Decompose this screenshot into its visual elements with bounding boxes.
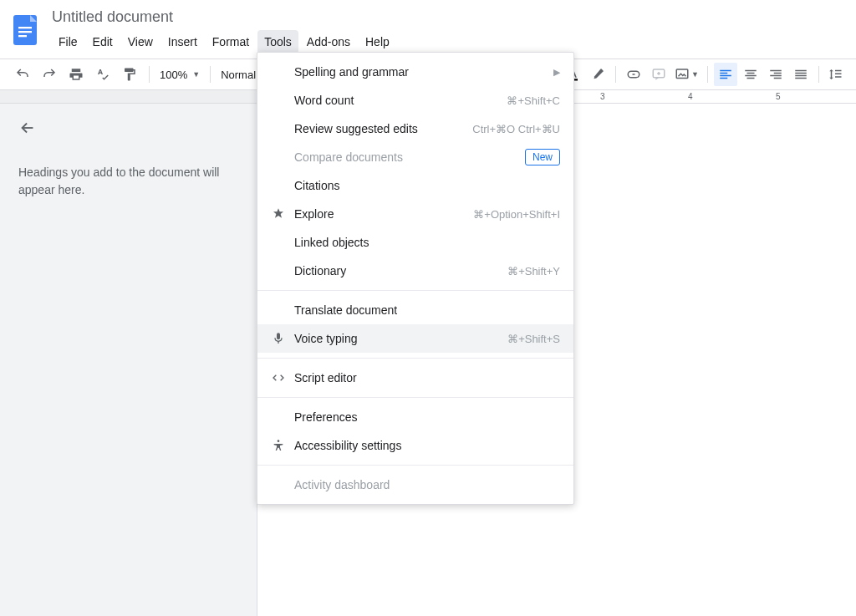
tools-menu-item-preferences[interactable]: Preferences bbox=[257, 403, 573, 431]
toolbar-separator bbox=[707, 66, 708, 83]
ruler-mark: 3 bbox=[600, 92, 605, 101]
header: Untitled document File Edit View Insert … bbox=[0, 0, 856, 53]
menu-separator bbox=[257, 465, 573, 466]
submenu-arrow-icon: ▶ bbox=[553, 67, 560, 78]
tools-menu-item-word-count[interactable]: Word count⌘+Shift+C bbox=[257, 86, 573, 115]
menu-item-label: Explore bbox=[294, 207, 473, 221]
redo-button[interactable] bbox=[38, 63, 61, 86]
menu-insert[interactable]: Insert bbox=[161, 30, 204, 53]
menu-tools[interactable]: Tools bbox=[257, 30, 298, 53]
ruler-outline-spacer bbox=[0, 90, 257, 104]
svg-rect-6 bbox=[676, 69, 688, 79]
paragraph-style-select[interactable]: Normal bbox=[217, 63, 259, 86]
zoom-value: 100% bbox=[160, 69, 187, 81]
align-justify-button[interactable] bbox=[789, 63, 813, 86]
svg-rect-3 bbox=[18, 35, 27, 37]
tools-menu-item-spelling-and-grammar[interactable]: Spelling and grammar▶ bbox=[257, 58, 573, 86]
menu-shortcut: ⌘+Shift+Y bbox=[507, 265, 560, 277]
align-center-button[interactable] bbox=[739, 63, 762, 86]
insert-image-button[interactable]: ▼ bbox=[671, 63, 702, 86]
menu-addons[interactable]: Add-ons bbox=[300, 30, 357, 53]
menu-item-label: Voice typing bbox=[294, 332, 507, 345]
outline-collapse-button[interactable] bbox=[18, 119, 238, 140]
tools-menu-item-activity-dashboard: Activity dashboard bbox=[257, 471, 573, 499]
menu-item-label: Translate document bbox=[294, 303, 560, 317]
tools-menu-item-dictionary[interactable]: Dictionary⌘+Shift+Y bbox=[257, 257, 573, 285]
align-left-button[interactable] bbox=[714, 63, 737, 86]
menu-item-label: Compare documents bbox=[294, 150, 525, 164]
tools-menu-item-script-editor[interactable]: Script editor bbox=[257, 364, 573, 392]
zoom-select[interactable]: 100% ▼ bbox=[156, 63, 203, 86]
menu-item-label: Script editor bbox=[294, 371, 560, 384]
tools-menu-item-review-suggested-edits[interactable]: Review suggested editsCtrl+⌘O Ctrl+⌘U bbox=[257, 115, 573, 143]
menu-file[interactable]: File bbox=[52, 30, 84, 53]
menu-separator bbox=[257, 290, 573, 291]
menu-shortcut: ⌘+Shift+C bbox=[507, 94, 560, 107]
outline-panel: Headings you add to the document will ap… bbox=[0, 104, 257, 616]
document-title[interactable]: Untitled document bbox=[52, 7, 844, 28]
tools-menu-item-explore[interactable]: Explore⌘+Option+Shift+I bbox=[257, 200, 573, 228]
outline-placeholder: Headings you add to the document will ap… bbox=[18, 164, 238, 199]
style-value: Normal bbox=[221, 69, 256, 81]
menu-item-label: Preferences bbox=[294, 410, 560, 424]
explore-icon bbox=[269, 207, 288, 221]
tools-menu-item-voice-typing[interactable]: Voice typing⌘+Shift+S bbox=[257, 324, 573, 353]
chevron-down-icon: ▼ bbox=[691, 70, 699, 79]
toolbar-separator bbox=[818, 66, 819, 83]
toolbar-separator bbox=[615, 66, 616, 83]
tools-menu-item-accessibility-settings[interactable]: Accessibility settings bbox=[257, 431, 573, 460]
tools-menu-item-linked-objects[interactable]: Linked objects bbox=[257, 228, 573, 257]
add-comment-button[interactable] bbox=[647, 63, 670, 86]
tools-menu-item-compare-documents: Compare documentsNew bbox=[257, 143, 573, 171]
menu-format[interactable]: Format bbox=[206, 30, 256, 53]
print-button[interactable] bbox=[64, 63, 88, 86]
chevron-down-icon: ▼ bbox=[192, 70, 200, 79]
undo-button[interactable] bbox=[11, 63, 34, 86]
ruler-mark: 5 bbox=[776, 92, 781, 101]
menu-item-label: Review suggested edits bbox=[294, 122, 472, 135]
menu-view[interactable]: View bbox=[121, 30, 160, 53]
title-area: Untitled document File Edit View Insert … bbox=[52, 7, 844, 53]
menu-item-label: Activity dashboard bbox=[294, 478, 560, 491]
menu-item-label: Linked objects bbox=[294, 236, 560, 249]
menu-item-label: Accessibility settings bbox=[294, 439, 560, 452]
ruler-mark: 4 bbox=[688, 92, 693, 101]
menu-edit[interactable]: Edit bbox=[86, 30, 120, 53]
script-icon bbox=[269, 371, 288, 384]
docs-logo-icon[interactable] bbox=[12, 12, 42, 48]
paint-format-button[interactable] bbox=[118, 63, 141, 86]
menu-shortcut: Ctrl+⌘O Ctrl+⌘U bbox=[472, 123, 560, 135]
tools-dropdown: Spelling and grammar▶Word count⌘+Shift+C… bbox=[257, 52, 574, 505]
svg-point-7 bbox=[278, 440, 280, 442]
toolbar-separator bbox=[149, 66, 150, 83]
menu-item-label: Citations bbox=[294, 179, 560, 192]
menu-separator bbox=[257, 358, 573, 359]
menu-shortcut: ⌘+Shift+S bbox=[507, 333, 560, 345]
menubar: File Edit View Insert Format Tools Add-o… bbox=[52, 30, 844, 53]
new-badge: New bbox=[525, 149, 560, 165]
accessibility-icon bbox=[269, 439, 288, 452]
menu-item-label: Dictionary bbox=[294, 264, 507, 277]
menu-help[interactable]: Help bbox=[359, 30, 396, 53]
svg-rect-1 bbox=[18, 27, 32, 28]
mic-icon bbox=[269, 332, 288, 345]
svg-rect-2 bbox=[18, 31, 32, 33]
line-spacing-button[interactable] bbox=[824, 63, 846, 86]
menu-item-label: Word count bbox=[294, 94, 507, 107]
align-right-button[interactable] bbox=[764, 63, 787, 86]
tools-menu-item-citations[interactable]: Citations bbox=[257, 171, 573, 200]
menu-separator bbox=[257, 397, 573, 398]
highlight-color-button[interactable] bbox=[586, 63, 609, 86]
insert-link-button[interactable] bbox=[622, 63, 645, 86]
menu-shortcut: ⌘+Option+Shift+I bbox=[473, 208, 560, 221]
tools-menu-item-translate-document[interactable]: Translate document bbox=[257, 296, 573, 324]
spellcheck-button[interactable] bbox=[91, 63, 115, 86]
toolbar-separator bbox=[210, 66, 211, 83]
menu-item-label: Spelling and grammar bbox=[294, 65, 553, 79]
